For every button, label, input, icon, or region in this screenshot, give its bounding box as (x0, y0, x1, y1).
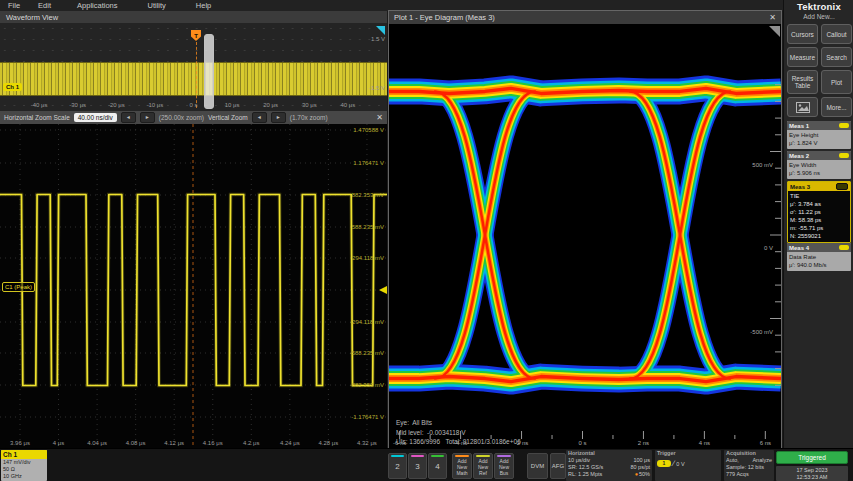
image-icon-button[interactable] (787, 97, 818, 117)
menu-item-help[interactable]: Help (196, 1, 211, 10)
sidebar-button-more-[interactable]: More... (821, 97, 852, 117)
acquisition-value-left: Auto, (726, 457, 739, 464)
zoom-window-handle[interactable] (204, 34, 214, 109)
zoom-voltage-tick: 588.235 mV (314, 224, 384, 230)
eye-voltage-tick: -500 mV (729, 329, 773, 335)
add-new-ref-button[interactable]: Add New Ref (473, 453, 493, 479)
eye-diagram-title: Plot 1 - Eye Diagram (Meas 3) (394, 13, 495, 22)
v-zoom-increase-button[interactable]: ▸ (271, 112, 286, 123)
menu-item-applications[interactable]: Applications (77, 1, 117, 10)
datetime-line: 12:53:23 AM (776, 474, 848, 481)
h-zoom-increase-button[interactable]: ▸ (140, 112, 155, 123)
sidebar-button-measure[interactable]: Measure (787, 47, 818, 67)
zoom-voltage-tick: 1.470588 V (314, 127, 384, 133)
eye-diagram-panel[interactable]: Plot 1 - Eye Diagram (Meas 3) ✕ Eye: All… (388, 10, 782, 450)
v-zoom-decrease-button[interactable]: ◂ (252, 112, 267, 123)
eye-resize-corner-icon[interactable] (769, 26, 780, 37)
channel-3-button[interactable]: 3 (408, 453, 427, 479)
channel-color-pill (839, 245, 849, 250)
waveform-view-title: Waveform View (6, 13, 58, 22)
zoom-voltage-tick: -294.118 mV (314, 319, 384, 325)
horizontal-zoom-scale-value[interactable]: 40.00 ns/div (74, 113, 117, 122)
zoom-voltage-tick: 294.118 mV (314, 255, 384, 261)
v-zoom-factor: (1.70x zoom) (290, 114, 328, 121)
afg-button[interactable]: AFG (550, 453, 566, 479)
add-new-bus-button[interactable]: Add New Bus (494, 453, 514, 479)
zoom-time-tick: 4 μs (53, 440, 64, 446)
horizontal-value-left: SR: 12.5 GS/s (568, 464, 603, 471)
acquisition-row: Sample: 12 bits (726, 464, 772, 471)
measurement-badge-4[interactable]: Meas 4Data Rateμ': 940.0 Mb/s (787, 243, 851, 271)
add-new-math-button[interactable]: Add New Math (452, 453, 472, 479)
add-button-color-stripe (497, 455, 511, 457)
measurement-stat: μ': 940.0 Mb/s (789, 261, 849, 269)
sidebar-button-label: Measure (790, 54, 815, 61)
horizontal-right-text: 80 ps/pt (630, 464, 650, 470)
overview-time-tick: -30 μs (69, 102, 86, 108)
eye-voltage-tick: 0 V (729, 245, 773, 251)
channel1-handle[interactable]: C1 (Peak) (2, 282, 35, 292)
eye-diagram-canvas (389, 24, 781, 439)
h-zoom-decrease-button[interactable]: ◂ (121, 112, 136, 123)
measurement-badge-1[interactable]: Meas 1Eye Heightμ': 1.824 V (787, 121, 851, 149)
overview-time-tick: 30 μs (302, 102, 317, 108)
acquisition-settings-badge[interactable]: AcquisitionAuto,AnalyzeSample: 12 bits77… (724, 450, 774, 481)
sidebar-button-plot[interactable]: Plot (821, 70, 852, 94)
channel-color-stripe (431, 455, 444, 457)
menu-item-edit[interactable]: Edit (38, 1, 51, 10)
channel-color-pill (839, 153, 849, 158)
eye-diagram-titlebar[interactable]: Plot 1 - Eye Diagram (Meas 3) ✕ (389, 11, 781, 24)
sidebar-button-label: Callout (826, 31, 846, 38)
channel-4-button[interactable]: 4 (428, 453, 447, 479)
overview-time-tick: 10 μs (225, 102, 240, 108)
trigger-position-icon[interactable]: T (191, 30, 201, 41)
image-icon (796, 102, 810, 113)
horizontal-row: 10 μs/div100 μs (568, 457, 650, 464)
menu-item-utility[interactable]: Utility (147, 1, 165, 10)
zoom-voltage-tick: -588.235 mV (314, 350, 384, 356)
channel-color-stripe (411, 455, 424, 457)
sidebar-button-callout[interactable]: Callout (821, 24, 852, 44)
menu-item-file[interactable]: File (8, 1, 20, 10)
trigger-position-dot-icon: ● (635, 471, 638, 477)
eye-time-tick: -4 ns (454, 440, 467, 446)
overview-settings-icon[interactable] (376, 26, 385, 35)
tektronix-logo: Tektronix (784, 1, 853, 12)
channel1-badge-line: 147 mV/div (1, 459, 47, 466)
zoom-voltage-tick: -1.176471 V (314, 414, 384, 420)
measurement-badge-2[interactable]: Meas 2Eye Widthμ': 5.906 ns (787, 151, 851, 179)
sidebar-button-cursors[interactable]: Cursors (787, 24, 818, 44)
datetime-display: 17 Sep 202312:53:23 AM (776, 466, 848, 481)
datetime-line: 17 Sep 2023 (776, 467, 848, 474)
sidebar-button-label: More... (826, 104, 846, 111)
run-status-button[interactable]: Triggered (776, 451, 848, 464)
trigger-settings-badge[interactable]: Trigger 1 ∕ 0 V (655, 450, 721, 481)
eye-time-tick: 6 ns (760, 440, 771, 446)
channel-badge-overview[interactable]: Ch 1 (3, 83, 22, 91)
eye-diagram-close-icon[interactable]: ✕ (769, 13, 776, 22)
channel-button-label: 4 (435, 462, 439, 471)
channel-button-label: 3 (415, 462, 419, 471)
sidebar-button-search[interactable]: Search (821, 47, 852, 67)
bottom-bar: Ch 1 147 mV/div50 Ω10 GHz 234Add New Mat… (0, 448, 853, 481)
overview-voltage-tick: -1.5 V (369, 85, 385, 91)
horizontal-settings-badge[interactable]: Horizontal10 μs/div100 μsSR: 12.5 GS/s80… (566, 450, 652, 481)
zoom-close-icon[interactable]: ✕ (376, 113, 383, 122)
sidebar-button-label: Results Table (788, 75, 817, 89)
trigger-position-line (196, 42, 197, 108)
trigger-level-value: 0 V (676, 461, 684, 467)
measurement-badge-3[interactable]: Meas 3TIEμ': 3.784 asσ': 11.22 psM: 58.3… (787, 181, 851, 243)
measurement-stat: μ': 1.824 V (789, 139, 849, 147)
acquisition-overview[interactable]: Ch 1 T -40 μs-30 μs-20 μs-10 μs0 s10 μs2… (0, 23, 387, 111)
sidebar-button-results-table[interactable]: Results Table (787, 70, 818, 94)
sidebar-button-label: Plot (831, 79, 842, 86)
measurement-name: TIE (790, 192, 848, 200)
measurement-id: Meas 3 (790, 184, 810, 190)
vertical-zoom-label: Vertical Zoom (208, 114, 248, 121)
dvm-button[interactable]: DVM (527, 453, 548, 479)
zoom-time-tick: 4.04 μs (87, 440, 107, 446)
channel-2-button[interactable]: 2 (388, 453, 407, 479)
channel1-badge[interactable]: Ch 1 147 mV/div50 Ω10 GHz (1, 450, 47, 481)
acquisition-row: 779 Acqs (726, 471, 772, 478)
zoom-waveform-graticule[interactable]: 3.96 μs4 μs4.04 μs4.08 μs4.12 μs4.16 μs4… (0, 124, 387, 448)
